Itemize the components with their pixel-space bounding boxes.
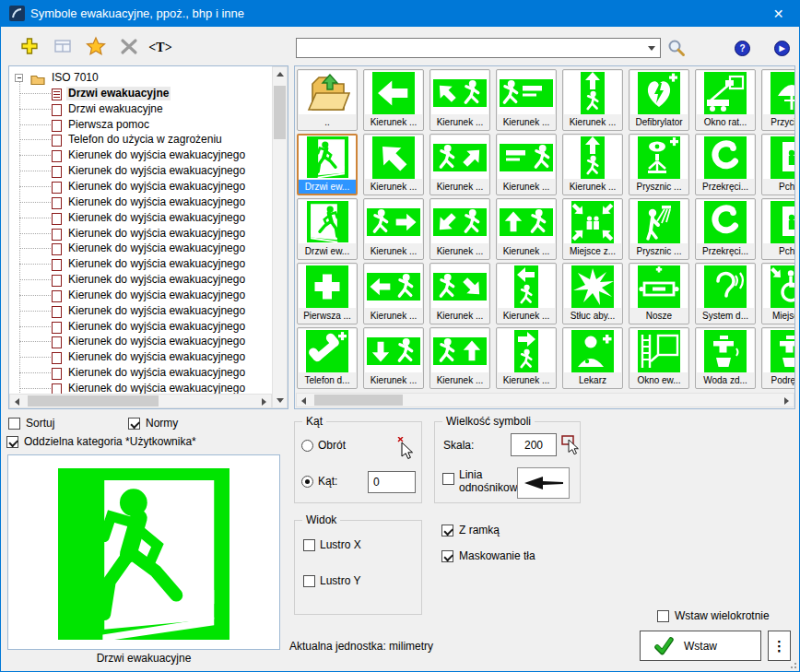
grid-hscroll-thumb[interactable] (314, 395, 403, 406)
symbol-tile[interactable]: Woda zd... (695, 327, 756, 389)
favorites-button[interactable] (83, 35, 109, 61)
symbol-tile[interactable]: Kierunek ... (429, 263, 490, 324)
scroll-down-icon[interactable] (273, 394, 287, 407)
delete-button[interactable] (116, 35, 142, 61)
symbol-tile[interactable]: Okno rat... (695, 69, 756, 131)
tree-item[interactable]: Kierunek do wyjścia ewakuacyjnego (10, 288, 272, 303)
kat-radio[interactable] (301, 476, 313, 488)
scroll-left-icon[interactable] (297, 394, 311, 407)
help-button[interactable]: ? (735, 41, 750, 56)
pick-scale-button[interactable] (561, 434, 583, 460)
tree-hscroll-thumb[interactable] (28, 395, 159, 407)
symbol-tile[interactable]: Pchać (761, 134, 795, 195)
tree-item[interactable]: Pierwsza pomoc (10, 117, 272, 133)
tree-item[interactable]: Kierunek do wyjścia ewakuacyjnego (10, 226, 272, 242)
scroll-up-icon[interactable] (273, 67, 287, 81)
combo-dropdown-button[interactable] (643, 39, 660, 57)
close-button[interactable]: ✕ (758, 1, 799, 27)
grid-hscrollbar[interactable] (296, 393, 794, 407)
symbol-tile[interactable]: Kierunek ... (363, 69, 424, 131)
tree-item[interactable]: Kierunek do wyjścia ewakuacyjnego (10, 147, 272, 163)
search-combo[interactable] (296, 38, 661, 58)
more-options-button[interactable]: ⋮ (768, 631, 791, 661)
symbol-tile[interactable]: Defibrylator (629, 69, 689, 131)
oddzielna-kategoria-checkbox[interactable] (6, 436, 18, 448)
symbol-tile[interactable]: Kierunek ... (496, 69, 557, 131)
symbol-tile[interactable]: Kierunek ... (429, 69, 490, 131)
symbol-tile[interactable]: Pchać (761, 198, 795, 260)
symbol-tile[interactable]: Lekarz (562, 327, 623, 389)
symbol-tile[interactable]: Podręcz... (761, 327, 795, 389)
symbol-tile[interactable]: Prysznic ... (629, 198, 689, 260)
obrot-radio[interactable] (301, 440, 313, 452)
symbol-tile[interactable]: Pierwsza ... (297, 263, 358, 324)
symbol-tile[interactable]: Drzwi ew... (297, 134, 358, 195)
symbol-tile[interactable]: Drzwi ew... (297, 198, 358, 260)
tree-item[interactable]: Kierunek do wyjścia ewakuacyjnego (10, 256, 272, 272)
symbol-tile[interactable]: Kierunek ... (562, 134, 623, 195)
sortuj-checkbox[interactable] (8, 418, 20, 430)
tree-item[interactable]: Kierunek do wyjścia ewakuacyjnego (10, 272, 272, 288)
leader-style-button[interactable] (517, 467, 570, 499)
tree-item[interactable]: Kierunek do wyjścia ewakuacyjnego (10, 241, 272, 256)
text-symbol-button[interactable]: <T> (147, 35, 173, 61)
tree-item[interactable]: Telefon do użycia w zagrożeniu (10, 132, 272, 147)
library-button[interactable] (50, 35, 76, 61)
tree-item[interactable]: Kierunek do wyjścia ewakuacyjnego (10, 381, 272, 395)
maskowanie-checkbox[interactable] (441, 550, 453, 562)
next-button[interactable]: ▶ (774, 41, 790, 56)
symbol-tile[interactable]: Kierunek ... (363, 263, 424, 324)
symbol-tile[interactable]: Kierunek ... (496, 198, 557, 260)
collapse-icon[interactable] (15, 74, 23, 82)
symbol-tile[interactable]: Okno ew... (629, 327, 689, 389)
search-input[interactable] (299, 40, 641, 56)
tree-item[interactable]: Kierunek do wyjścia ewakuacyjnego (10, 179, 272, 195)
insert-button[interactable]: Wstaw (640, 631, 761, 661)
tree-hscrollbar[interactable] (9, 394, 272, 408)
tree-item[interactable]: Kierunek do wyjścia ewakuacyjnego (10, 319, 272, 335)
symbol-tile[interactable]: Przekręci... (695, 198, 756, 260)
tree-item[interactable]: Kierunek do wyjścia ewakuacyjnego (10, 210, 272, 226)
tree-item[interactable]: Drzwi ewakuacyjne (10, 86, 272, 101)
symbol-tile[interactable]: Kierunek ... (496, 134, 557, 195)
tree-item[interactable]: Kierunek do wyjścia ewakuacyjnego (10, 303, 272, 319)
tree-item[interactable]: Kierunek do wyjścia ewakuacyjnego (10, 195, 272, 210)
symbol-tile[interactable]: Miejsce z... (562, 198, 623, 260)
symbol-tile[interactable]: Nosze (629, 263, 689, 324)
tree-item[interactable]: Kierunek do wyjścia ewakuacyjnego (10, 163, 272, 179)
symbol-tile[interactable]: Telefon d... (297, 327, 358, 389)
symbol-tile[interactable]: Kierunek ... (496, 327, 557, 389)
symbol-tile[interactable]: Miejsce... (761, 263, 795, 324)
search-button[interactable] (664, 37, 689, 63)
z-ramka-checkbox[interactable] (441, 525, 453, 536)
symbol-tile[interactable]: .. (297, 69, 358, 131)
wstaw-wielokrotnie-checkbox[interactable] (657, 610, 669, 622)
symbol-tile[interactable]: Kierunek ... (429, 134, 490, 195)
symbol-tile[interactable]: Kierunek ... (429, 198, 490, 260)
lustro-y-checkbox[interactable] (303, 575, 315, 587)
symbol-tile[interactable]: Prysznic ... (629, 134, 689, 195)
tree-item[interactable]: Drzwi ewakuacyjne (10, 101, 272, 117)
tree-item[interactable]: Kierunek do wyjścia ewakuacyjnego (10, 365, 272, 381)
symbol-tile[interactable]: Przycisk... (761, 69, 795, 131)
tree-item[interactable]: Kierunek do wyjścia ewakuacyjnego (10, 349, 272, 365)
symbol-tile[interactable]: Kierunek ... (496, 263, 557, 324)
tree-vscrollbar[interactable] (272, 66, 288, 408)
resize-grip[interactable] (787, 659, 796, 668)
add-symbol-button[interactable] (17, 35, 42, 61)
lustro-x-checkbox[interactable] (303, 539, 315, 551)
tree-folder[interactable]: ISO 7010 (10, 70, 272, 86)
symbol-tile[interactable]: Przekręci... (695, 134, 756, 195)
angle-input[interactable] (368, 471, 416, 493)
symbol-tile[interactable]: System d... (695, 263, 756, 324)
symbol-tile[interactable]: Kierunek ... (363, 134, 424, 195)
skala-input[interactable] (511, 433, 557, 456)
normy-checkbox[interactable] (128, 418, 140, 430)
scroll-left-icon[interactable] (10, 395, 24, 408)
scroll-right-icon[interactable] (257, 395, 271, 408)
linia-odnosnikowa-checkbox[interactable] (442, 473, 454, 485)
title-bar[interactable]: Symbole ewakuacyjne, ppoż., bhp i inne ✕ (1, 1, 799, 27)
symbol-tile[interactable]: Kierunek ... (363, 327, 424, 389)
symbol-tile[interactable]: Kierunek ... (562, 69, 623, 131)
tree-vscroll-thumb[interactable] (274, 86, 286, 139)
